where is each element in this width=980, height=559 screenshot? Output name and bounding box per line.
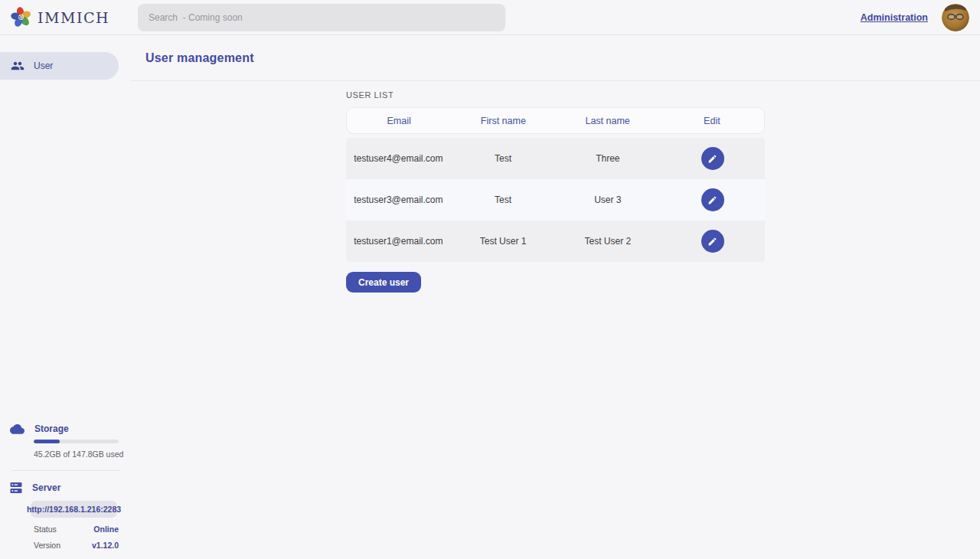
create-user-button[interactable]: Create user [346, 272, 421, 293]
cell-email: testuser3@email.com [346, 195, 451, 205]
table-row: testuser4@email.com Test Three [346, 138, 765, 179]
server-icon [10, 482, 22, 494]
cell-email: testuser1@email.com [346, 236, 451, 247]
server-status-row: Status Online [34, 525, 119, 534]
page-title: User management [145, 51, 254, 65]
cell-last-name: User 3 [556, 195, 661, 205]
table-row: testuser1@email.com Test User 1 Test Use… [346, 221, 765, 262]
sidebar-status-panel: Storage 45.2GB of 147.8GB used Server ht… [0, 423, 131, 550]
version-value: v1.12.0 [92, 541, 119, 550]
sidebar: User Storage 45.2GB of 147.8GB used [0, 36, 131, 559]
pencil-icon [707, 195, 717, 205]
main-content: USER LIST Email First name Last name Edi… [131, 81, 980, 559]
cell-last-name: Three [556, 153, 661, 164]
column-header-email: Email [347, 116, 451, 126]
storage-section-header: Storage [0, 423, 131, 434]
search-input[interactable] [138, 4, 505, 31]
server-version-row: Version v1.12.0 [34, 541, 119, 550]
table-body: testuser4@email.com Test Three testuser3… [346, 138, 765, 262]
column-header-edit: Edit [660, 116, 764, 126]
edit-user-button[interactable] [701, 147, 724, 170]
administration-link[interactable]: Administration [861, 12, 928, 23]
header-actions: Administration [861, 0, 969, 35]
server-section-header: Server [0, 482, 131, 494]
storage-progress-fill [34, 440, 60, 443]
cell-email: testuser4@email.com [346, 153, 451, 164]
page-title-bar: User management [131, 36, 980, 81]
edit-user-button[interactable] [701, 230, 724, 253]
server-title: Server [32, 482, 60, 493]
app-brand: IMMICH [0, 7, 127, 28]
storage-progress-bar [34, 440, 119, 443]
cell-first-name: Test User 1 [451, 236, 556, 247]
user-avatar[interactable] [942, 4, 969, 31]
pencil-icon [707, 154, 717, 164]
table-header-row: Email First name Last name Edit [346, 107, 765, 134]
server-url-chip: http://192.168.1.216:2283 [31, 501, 117, 518]
cell-last-name: Test User 2 [556, 236, 661, 247]
storage-usage-text: 45.2GB of 147.8GB used [34, 449, 131, 459]
storage-title: Storage [34, 423, 69, 434]
user-list-container: USER LIST Email First name Last name Edi… [346, 90, 765, 293]
people-icon [11, 59, 24, 73]
section-label: USER LIST [346, 90, 765, 100]
cloud-icon [10, 423, 24, 434]
sidebar-item-user[interactable]: User [0, 52, 119, 80]
pencil-icon [707, 237, 717, 247]
cell-first-name: Test [451, 195, 556, 205]
top-header: IMMICH Administration [0, 0, 980, 35]
status-label: Status [34, 525, 57, 534]
version-label: Version [34, 541, 60, 550]
table-row: testuser3@email.com Test User 3 [346, 179, 765, 221]
edit-user-button[interactable] [701, 188, 724, 211]
divider [11, 470, 119, 471]
sidebar-item-user-label: User [34, 60, 53, 71]
status-value: Online [93, 525, 119, 534]
cell-first-name: Test [451, 153, 556, 164]
column-header-first-name: First name [451, 116, 555, 126]
app-name: IMMICH [38, 9, 109, 26]
immich-flower-icon [11, 7, 31, 28]
column-header-last-name: Last name [556, 116, 660, 126]
